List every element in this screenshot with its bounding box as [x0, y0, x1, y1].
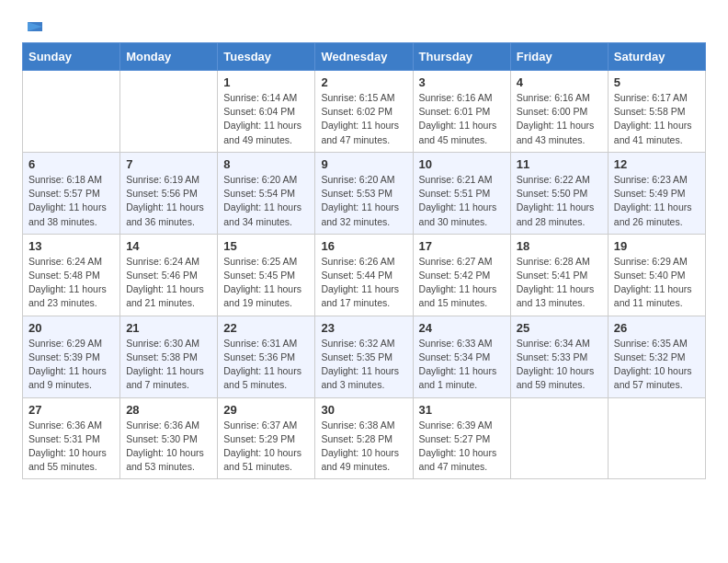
- weekday-header-sunday: Sunday: [23, 43, 120, 71]
- day-detail: Sunrise: 6:20 AMSunset: 5:54 PMDaylight:…: [223, 173, 309, 229]
- day-detail: Sunrise: 6:25 AMSunset: 5:45 PMDaylight:…: [223, 255, 309, 311]
- day-detail: Sunrise: 6:19 AMSunset: 5:56 PMDaylight:…: [126, 173, 211, 229]
- day-number: 7: [126, 157, 211, 171]
- calendar-cell: 14Sunrise: 6:24 AMSunset: 5:46 PMDayligh…: [120, 234, 218, 316]
- day-number: 10: [419, 157, 505, 171]
- day-detail: Sunrise: 6:36 AMSunset: 5:30 PMDaylight:…: [126, 419, 211, 475]
- day-detail: Sunrise: 6:32 AMSunset: 5:35 PMDaylight:…: [321, 337, 406, 393]
- day-detail: Sunrise: 6:14 AMSunset: 6:04 PMDaylight:…: [223, 91, 309, 147]
- day-number: 27: [28, 403, 114, 417]
- day-number: 9: [321, 157, 406, 171]
- day-detail: Sunrise: 6:22 AMSunset: 5:50 PMDaylight:…: [517, 173, 602, 229]
- calendar-cell: 2Sunrise: 6:15 AMSunset: 6:02 PMDaylight…: [315, 71, 413, 153]
- day-number: 2: [321, 75, 406, 89]
- calendar-cell: 22Sunrise: 6:31 AMSunset: 5:36 PMDayligh…: [218, 316, 315, 397]
- day-number: 26: [614, 321, 700, 335]
- day-detail: Sunrise: 6:24 AMSunset: 5:46 PMDaylight:…: [126, 255, 211, 311]
- day-number: 24: [419, 321, 505, 335]
- day-detail: Sunrise: 6:17 AMSunset: 5:58 PMDaylight:…: [614, 91, 700, 147]
- calendar-cell: 3Sunrise: 6:16 AMSunset: 6:01 PMDaylight…: [413, 71, 510, 153]
- weekday-header-tuesday: Tuesday: [218, 43, 315, 71]
- day-number: 14: [126, 239, 211, 253]
- day-detail: Sunrise: 6:30 AMSunset: 5:38 PMDaylight:…: [126, 337, 211, 393]
- calendar-cell: 24Sunrise: 6:33 AMSunset: 5:34 PMDayligh…: [413, 316, 510, 397]
- week-row-3: 13Sunrise: 6:24 AMSunset: 5:48 PMDayligh…: [23, 234, 706, 316]
- day-detail: Sunrise: 6:27 AMSunset: 5:42 PMDaylight:…: [419, 255, 505, 311]
- day-number: 8: [223, 157, 309, 171]
- calendar-cell: 23Sunrise: 6:32 AMSunset: 5:35 PMDayligh…: [315, 316, 413, 397]
- calendar-cell: 10Sunrise: 6:21 AMSunset: 5:51 PMDayligh…: [413, 152, 510, 234]
- day-detail: Sunrise: 6:36 AMSunset: 5:31 PMDaylight:…: [28, 419, 114, 475]
- calendar-cell: 11Sunrise: 6:22 AMSunset: 5:50 PMDayligh…: [510, 152, 608, 234]
- day-detail: Sunrise: 6:15 AMSunset: 6:02 PMDaylight:…: [321, 91, 406, 147]
- calendar-table: SundayMondayTuesdayWednesdayThursdayFrid…: [22, 42, 706, 479]
- calendar-cell: 18Sunrise: 6:28 AMSunset: 5:41 PMDayligh…: [510, 234, 608, 316]
- day-detail: Sunrise: 6:16 AMSunset: 6:00 PMDaylight:…: [517, 91, 602, 147]
- weekday-header-thursday: Thursday: [413, 43, 510, 71]
- day-detail: Sunrise: 6:35 AMSunset: 5:32 PMDaylight:…: [614, 337, 700, 393]
- calendar-cell: 16Sunrise: 6:26 AMSunset: 5:44 PMDayligh…: [315, 234, 413, 316]
- day-number: 28: [126, 403, 211, 417]
- day-number: 5: [614, 75, 700, 89]
- calendar-cell: 21Sunrise: 6:30 AMSunset: 5:38 PMDayligh…: [120, 316, 218, 397]
- calendar-cell: 31Sunrise: 6:39 AMSunset: 5:27 PMDayligh…: [413, 397, 510, 479]
- day-number: 3: [419, 75, 505, 89]
- day-detail: Sunrise: 6:23 AMSunset: 5:49 PMDaylight:…: [614, 173, 700, 229]
- weekday-header-friday: Friday: [510, 43, 608, 71]
- week-row-2: 6Sunrise: 6:18 AMSunset: 5:57 PMDaylight…: [23, 152, 706, 234]
- calendar-cell: 8Sunrise: 6:20 AMSunset: 5:54 PMDaylight…: [218, 152, 315, 234]
- calendar-cell: 4Sunrise: 6:16 AMSunset: 6:00 PMDaylight…: [510, 71, 608, 153]
- calendar-cell: 5Sunrise: 6:17 AMSunset: 5:58 PMDaylight…: [608, 71, 705, 153]
- day-detail: Sunrise: 6:18 AMSunset: 5:57 PMDaylight:…: [28, 173, 114, 229]
- day-number: 22: [223, 321, 309, 335]
- day-number: 16: [321, 239, 406, 253]
- day-detail: Sunrise: 6:34 AMSunset: 5:33 PMDaylight:…: [517, 337, 602, 393]
- calendar-cell: 1Sunrise: 6:14 AMSunset: 6:04 PMDaylight…: [218, 71, 315, 153]
- day-number: 6: [28, 157, 114, 171]
- logo-flag-icon: [24, 18, 44, 39]
- day-detail: Sunrise: 6:37 AMSunset: 5:29 PMDaylight:…: [223, 419, 309, 475]
- day-number: 25: [517, 321, 602, 335]
- day-detail: Sunrise: 6:29 AMSunset: 5:39 PMDaylight:…: [28, 337, 114, 393]
- calendar-cell: 26Sunrise: 6:35 AMSunset: 5:32 PMDayligh…: [608, 316, 705, 397]
- day-detail: Sunrise: 6:16 AMSunset: 6:01 PMDaylight:…: [419, 91, 505, 147]
- day-number: 12: [614, 157, 700, 171]
- day-number: 13: [28, 239, 114, 253]
- day-detail: Sunrise: 6:38 AMSunset: 5:28 PMDaylight:…: [321, 419, 406, 475]
- calendar-cell: 19Sunrise: 6:29 AMSunset: 5:40 PMDayligh…: [608, 234, 705, 316]
- calendar-cell: 6Sunrise: 6:18 AMSunset: 5:57 PMDaylight…: [23, 152, 120, 234]
- calendar-cell: 15Sunrise: 6:25 AMSunset: 5:45 PMDayligh…: [218, 234, 315, 316]
- day-detail: Sunrise: 6:31 AMSunset: 5:36 PMDaylight:…: [223, 337, 309, 393]
- calendar-cell: [120, 71, 218, 153]
- weekday-header-monday: Monday: [120, 43, 218, 71]
- calendar-cell: 25Sunrise: 6:34 AMSunset: 5:33 PMDayligh…: [510, 316, 608, 397]
- week-row-1: 1Sunrise: 6:14 AMSunset: 6:04 PMDaylight…: [23, 71, 706, 153]
- day-number: 19: [614, 239, 700, 253]
- week-row-4: 20Sunrise: 6:29 AMSunset: 5:39 PMDayligh…: [23, 316, 706, 397]
- day-detail: Sunrise: 6:21 AMSunset: 5:51 PMDaylight:…: [419, 173, 505, 229]
- day-detail: Sunrise: 6:33 AMSunset: 5:34 PMDaylight:…: [419, 337, 505, 393]
- weekday-header-row: SundayMondayTuesdayWednesdayThursdayFrid…: [23, 43, 706, 71]
- calendar-cell: 12Sunrise: 6:23 AMSunset: 5:49 PMDayligh…: [608, 152, 705, 234]
- day-number: 18: [517, 239, 602, 253]
- day-number: 21: [126, 321, 211, 335]
- day-number: 23: [321, 321, 406, 335]
- day-detail: Sunrise: 6:29 AMSunset: 5:40 PMDaylight:…: [614, 255, 700, 311]
- calendar-cell: 9Sunrise: 6:20 AMSunset: 5:53 PMDaylight…: [315, 152, 413, 234]
- day-detail: Sunrise: 6:26 AMSunset: 5:44 PMDaylight:…: [321, 255, 406, 311]
- day-number: 11: [517, 157, 602, 171]
- day-number: 15: [223, 239, 309, 253]
- day-number: 4: [517, 75, 602, 89]
- day-detail: Sunrise: 6:20 AMSunset: 5:53 PMDaylight:…: [321, 173, 406, 229]
- day-number: 30: [321, 403, 406, 417]
- calendar-cell: [23, 71, 120, 153]
- day-detail: Sunrise: 6:28 AMSunset: 5:41 PMDaylight:…: [517, 255, 602, 311]
- calendar-cell: 20Sunrise: 6:29 AMSunset: 5:39 PMDayligh…: [23, 316, 120, 397]
- header: [22, 18, 706, 33]
- week-row-5: 27Sunrise: 6:36 AMSunset: 5:31 PMDayligh…: [23, 397, 706, 479]
- weekday-header-wednesday: Wednesday: [315, 43, 413, 71]
- day-number: 20: [28, 321, 114, 335]
- day-number: 1: [223, 75, 309, 89]
- calendar-cell: 30Sunrise: 6:38 AMSunset: 5:28 PMDayligh…: [315, 397, 413, 479]
- day-detail: Sunrise: 6:24 AMSunset: 5:48 PMDaylight:…: [28, 255, 114, 311]
